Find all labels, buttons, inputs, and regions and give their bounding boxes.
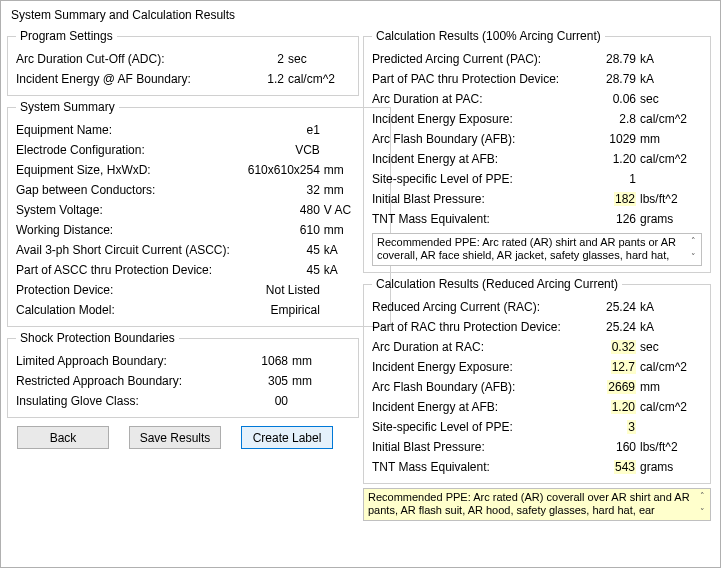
- ieexp100-label: Incident Energy Exposure:: [372, 112, 578, 126]
- afbR-label: Arc Flash Boundary (AFB):: [372, 380, 578, 394]
- glove-value: 00: [230, 394, 292, 408]
- racprot-value: 25.24: [578, 320, 640, 334]
- ieafb100-value: 1.20: [578, 152, 640, 166]
- window: System Summary and Calculation Results P…: [0, 0, 721, 568]
- rab-label: Restricted Approach Boundary:: [16, 374, 230, 388]
- gap-value: 32: [230, 183, 324, 197]
- ppeR-value: 3: [578, 420, 640, 434]
- calc-reduced-legend: Calculation Results (Reduced Arcing Curr…: [372, 277, 622, 291]
- arcdur100-unit: sec: [640, 92, 702, 106]
- tntR-unit: grams: [640, 460, 702, 474]
- ppe100-value: 1: [578, 172, 640, 186]
- ieexpR-unit: cal/cm^2: [640, 360, 702, 374]
- equip-name-label: Equipment Name:: [16, 123, 230, 137]
- ppe100-text-box[interactable]: Recommended PPE: Arc rated (AR) shirt an…: [372, 233, 702, 266]
- scroll-up-icon[interactable]: ˄: [700, 490, 705, 503]
- electrode-label: Electrode Configuration:: [16, 143, 230, 157]
- ieexpR-value: 12.7: [578, 360, 640, 374]
- ieexp100-unit: cal/cm^2: [640, 112, 702, 126]
- blastR-label: Initial Blast Pressure:: [372, 440, 578, 454]
- rac-unit: kA: [640, 300, 702, 314]
- arcdur100-label: Arc Duration at PAC:: [372, 92, 578, 106]
- afb100-label: Arc Flash Boundary (AFB):: [372, 132, 578, 146]
- ieafb100-unit: cal/cm^2: [640, 152, 702, 166]
- pac-unit: kA: [640, 52, 702, 66]
- content-area: Program Settings Arc Duration Cut-Off (A…: [1, 27, 720, 527]
- workdist-value: 610: [230, 223, 324, 237]
- calcmodel-label: Calculation Model:: [16, 303, 230, 317]
- rab-unit: mm: [292, 374, 350, 388]
- lab-unit: mm: [292, 354, 350, 368]
- system-summary-legend: System Summary: [16, 100, 119, 114]
- adc-value: 2: [226, 52, 288, 66]
- ppeR-text-box[interactable]: Recommended PPE: Arc rated (AR) coverall…: [363, 488, 711, 521]
- blastR-unit: lbs/ft^2: [640, 440, 702, 454]
- ieafb100-label: Incident Energy at AFB:: [372, 152, 578, 166]
- left-column: Program Settings Arc Duration Cut-Off (A…: [7, 27, 359, 521]
- ppeR-scrollbar[interactable]: ˄ ˅: [695, 489, 710, 520]
- scroll-down-icon[interactable]: ˅: [691, 251, 696, 264]
- shock-boundaries-group: Shock Protection Boundaries Limited Appr…: [7, 331, 359, 418]
- ppe100-scrollbar[interactable]: ˄ ˅: [686, 234, 701, 265]
- ie-boundary-unit: cal/cm^2: [288, 72, 350, 86]
- electrode-value: VCB: [230, 143, 324, 157]
- ppe100-text: Recommended PPE: Arc rated (AR) shirt an…: [377, 236, 676, 261]
- calc-100-group: Calculation Results (100% Arcing Current…: [363, 29, 711, 273]
- pac-value: 28.79: [578, 52, 640, 66]
- button-row: Back Save Results Create Label: [7, 420, 359, 451]
- lab-label: Limited Approach Boundary:: [16, 354, 230, 368]
- blastR-value: 160: [578, 440, 640, 454]
- calcmodel-value: Empirical: [230, 303, 324, 317]
- scroll-down-icon[interactable]: ˅: [700, 506, 705, 519]
- afb100-unit: mm: [640, 132, 702, 146]
- afbR-value: 2669: [578, 380, 640, 394]
- racprot-label: Part of RAC thru Protection Device:: [372, 320, 578, 334]
- pac-label: Predicted Arcing Current (PAC):: [372, 52, 578, 66]
- calc-reduced-group: Calculation Results (Reduced Arcing Curr…: [363, 277, 711, 484]
- tnt100-value: 126: [578, 212, 640, 226]
- pacprot-value: 28.79: [578, 72, 640, 86]
- ascc-label: Avail 3-ph Short Circuit Current (ASCC):: [16, 243, 230, 257]
- ascc-prot-label: Part of ASCC thru Protection Device:: [16, 263, 230, 277]
- lab-value: 1068: [230, 354, 292, 368]
- tnt100-label: TNT Mass Equivalent:: [372, 212, 578, 226]
- protdev-label: Protection Device:: [16, 283, 230, 297]
- voltage-value: 480: [230, 203, 324, 217]
- racprot-unit: kA: [640, 320, 702, 334]
- create-label-button[interactable]: Create Label: [241, 426, 333, 449]
- save-results-button[interactable]: Save Results: [129, 426, 221, 449]
- shock-legend: Shock Protection Boundaries: [16, 331, 179, 345]
- adc-unit: sec: [288, 52, 350, 66]
- protdev-value: Not Listed: [230, 283, 324, 297]
- row-ie-boundary: Incident Energy @ AF Boundary: 1.2 cal/c…: [16, 69, 350, 89]
- ppeR-label: Site-specific Level of PPE:: [372, 420, 578, 434]
- ppeR-text: Recommended PPE: Arc rated (AR) coverall…: [368, 491, 690, 516]
- right-column: Calculation Results (100% Arcing Current…: [363, 27, 711, 521]
- window-title: System Summary and Calculation Results: [1, 1, 720, 27]
- pacprot-unit: kA: [640, 72, 702, 86]
- size-label: Equipment Size, HxWxD:: [16, 163, 230, 177]
- scroll-up-icon[interactable]: ˄: [691, 235, 696, 248]
- ie-boundary-label: Incident Energy @ AF Boundary:: [16, 72, 226, 86]
- arcdur100-value: 0.06: [578, 92, 640, 106]
- blast100-unit: lbs/ft^2: [640, 192, 702, 206]
- pacprot-label: Part of PAC thru Protection Device:: [372, 72, 578, 86]
- back-button[interactable]: Back: [17, 426, 109, 449]
- adc-label: Arc Duration Cut-Off (ADC):: [16, 52, 226, 66]
- tnt100-unit: grams: [640, 212, 702, 226]
- arcdurR-value: 0.32: [578, 340, 640, 354]
- tntR-label: TNT Mass Equivalent:: [372, 460, 578, 474]
- afbR-unit: mm: [640, 380, 702, 394]
- blast100-label: Initial Blast Pressure:: [372, 192, 578, 206]
- calc-100-legend: Calculation Results (100% Arcing Current…: [372, 29, 605, 43]
- arcdurR-unit: sec: [640, 340, 702, 354]
- arcdurR-label: Arc Duration at RAC:: [372, 340, 578, 354]
- gap-label: Gap between Conductors:: [16, 183, 230, 197]
- ascc-prot-value: 45: [230, 263, 324, 277]
- blast100-value: 182: [578, 192, 640, 206]
- ieafbR-value: 1.20: [578, 400, 640, 414]
- equip-name-value: e1: [230, 123, 324, 137]
- program-settings-legend: Program Settings: [16, 29, 117, 43]
- ieafbR-unit: cal/cm^2: [640, 400, 702, 414]
- program-settings-group: Program Settings Arc Duration Cut-Off (A…: [7, 29, 359, 96]
